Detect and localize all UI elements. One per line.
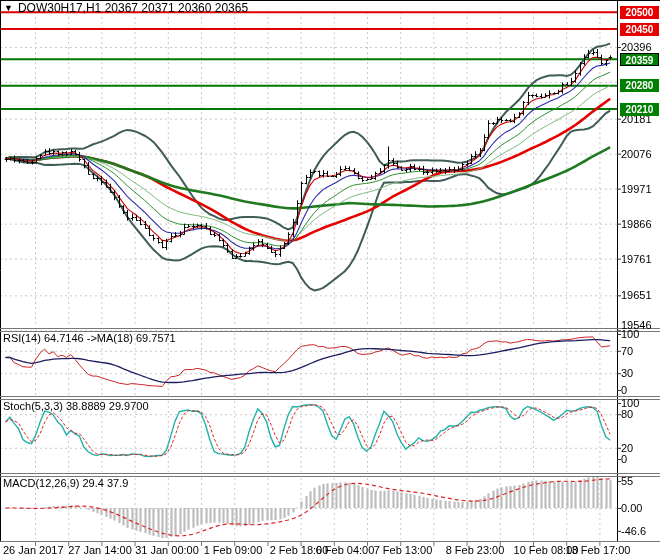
- price-axis-label: 20076: [621, 148, 652, 160]
- price-level-badge: 20500: [620, 6, 659, 19]
- macd-axis-label: 55: [621, 475, 633, 487]
- stoch-axis-label: 20: [621, 442, 633, 454]
- macd-axis-label: -46.6: [621, 525, 646, 537]
- macd-indicator-label: MACD(12,26,9) 29.4 37.9: [3, 477, 128, 489]
- price-level-badge: 20359: [620, 53, 659, 66]
- stoch-axis-label: 0: [621, 453, 627, 465]
- rsi-axis-label: 100: [621, 328, 639, 340]
- stoch-axis-label: 80: [621, 408, 633, 420]
- chart-symbol-marker-icon: ▼: [4, 3, 13, 13]
- chart-symbol-label: DOW30H17,H1: [18, 1, 101, 15]
- time-axis-label: 1 Feb 09:00: [204, 544, 263, 556]
- price-level-badge: 20280: [620, 79, 659, 92]
- time-axis-label: 27 Jan 14:00: [68, 544, 132, 556]
- price-axis-label: 19651: [621, 289, 652, 301]
- chart-ohlc-values: 20367 20371 20360 20365: [105, 1, 248, 15]
- time-axis-label: 31 Jan 00:00: [135, 544, 199, 556]
- time-axis-label: 26 Jan 2017: [3, 544, 64, 556]
- chart-title: ▼DOW30H17,H1 20367 20371 20360 20365: [4, 1, 248, 15]
- price-axis-label: 19971: [621, 183, 652, 195]
- price-axis-label: 20396: [621, 41, 652, 53]
- price-axis-label: 19866: [621, 218, 652, 230]
- price-level-badge: 20450: [620, 23, 659, 36]
- rsi-axis-label: 70: [621, 345, 633, 357]
- trading-chart-window: ▼DOW30H17,H1 20367 20371 20360 20365 RSI…: [0, 0, 660, 560]
- time-axis-label: 13 Feb 17:00: [566, 544, 631, 556]
- price-axis-label: 19761: [621, 253, 652, 265]
- stoch-axis-label: 100: [621, 397, 639, 409]
- rsi-axis-label: 30: [621, 367, 633, 379]
- rsi-indicator-label: RSI(14) 64.7146 ->MA(18) 69.7571: [3, 332, 176, 344]
- time-axis-label: 8 Feb 23:00: [446, 544, 505, 556]
- macd-axis-label: 0.00: [621, 502, 642, 514]
- rsi-axis-label: 0: [621, 384, 627, 396]
- chart-area-canvas[interactable]: [0, 0, 660, 560]
- time-axis-label: 6 Feb 04:00: [316, 544, 375, 556]
- price-level-badge: 20210: [620, 103, 659, 116]
- time-axis-label: 7 Feb 13:00: [374, 544, 433, 556]
- stoch-indicator-label: Stoch(5,3,3) 38.8889 29.9700: [3, 400, 149, 412]
